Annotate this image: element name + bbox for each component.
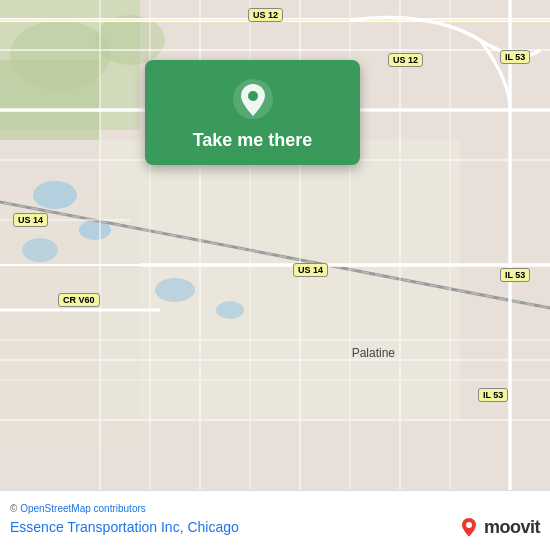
badge-il53-bot: IL 53	[478, 388, 508, 402]
svg-point-9	[22, 238, 58, 262]
moovit-logo[interactable]: moovit	[458, 516, 540, 538]
moovit-pin-icon	[458, 516, 480, 538]
svg-point-3	[10, 20, 110, 90]
badge-il53-mid: IL 53	[500, 268, 530, 282]
svg-point-11	[216, 301, 244, 319]
moovit-text: moovit	[484, 517, 540, 538]
svg-point-7	[33, 181, 77, 209]
osm-credit: © OpenStreetMap contributors	[10, 503, 540, 514]
svg-point-4	[95, 15, 165, 65]
svg-point-37	[248, 91, 258, 101]
location-pin-icon	[232, 78, 274, 120]
popup-card[interactable]: Take me there	[145, 60, 360, 165]
svg-rect-6	[0, 200, 140, 450]
map-container: US 12 US 12 IL 68 IL 53 US 14 US 14 IL 5…	[0, 0, 550, 490]
take-me-there-button[interactable]: Take me there	[193, 130, 313, 151]
location-label[interactable]: Essence Transportation Inc, Chicago	[10, 519, 239, 535]
badge-us14-left: US 14	[13, 213, 48, 227]
badge-crv60: CR V60	[58, 293, 100, 307]
osm-link[interactable]: OpenStreetMap contributors	[20, 503, 146, 514]
svg-point-38	[466, 522, 472, 528]
bottom-bar: © OpenStreetMap contributors Essence Tra…	[0, 490, 550, 550]
badge-us12-right: US 12	[388, 53, 423, 67]
badge-us12-top: US 12	[248, 8, 283, 22]
bottom-row: Essence Transportation Inc, Chicago moov…	[10, 516, 540, 538]
city-label: Palatine	[352, 346, 395, 360]
svg-point-10	[155, 278, 195, 302]
badge-us14-mid: US 14	[293, 263, 328, 277]
badge-il53-top: IL 53	[500, 50, 530, 64]
